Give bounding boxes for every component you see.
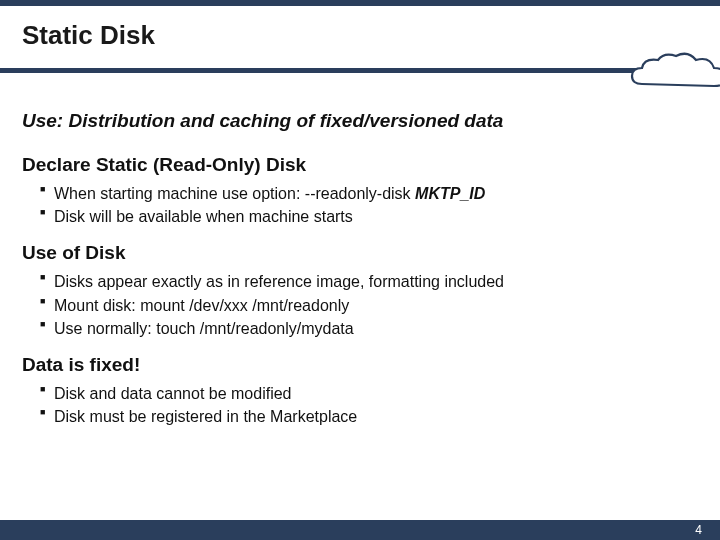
section-use: Use of Disk Disks appear exactly as in r… <box>22 242 698 340</box>
footer-bar: 4 <box>0 520 720 540</box>
emphasized-id: MKTP_ID <box>415 185 485 202</box>
list-item: Disk will be available when machine star… <box>40 205 698 228</box>
title-divider <box>0 68 720 82</box>
section-declare: Declare Static (Read-Only) Disk When sta… <box>22 154 698 228</box>
bullet-text: Disk and data cannot be modified <box>54 385 291 402</box>
cloud-icon <box>622 50 720 98</box>
bullet-text: Disk must be registered in the Marketpla… <box>54 408 357 425</box>
section-heading: Use of Disk <box>22 242 698 264</box>
list-item: Disk must be registered in the Marketpla… <box>40 405 698 428</box>
section-fixed: Data is fixed! Disk and data cannot be m… <box>22 354 698 428</box>
list-item: Mount disk: mount /dev/xxx /mnt/readonly <box>40 294 698 317</box>
list-item: Use normally: touch /mnt/readonly/mydata <box>40 317 698 340</box>
slide-content: Use: Distribution and caching of fixed/v… <box>0 110 720 428</box>
bullet-text: When starting machine use option: --read… <box>54 185 415 202</box>
page-number: 4 <box>695 523 702 537</box>
bullet-text: Use normally: touch /mnt/readonly/mydata <box>54 320 354 337</box>
bullet-text: Disk will be available when machine star… <box>54 208 353 225</box>
use-line: Use: Distribution and caching of fixed/v… <box>22 110 698 132</box>
bullet-text: Disks appear exactly as in reference ima… <box>54 273 504 290</box>
list-item: Disk and data cannot be modified <box>40 382 698 405</box>
list-item: When starting machine use option: --read… <box>40 182 698 205</box>
bullet-text: Mount disk: mount /dev/xxx /mnt/readonly <box>54 297 349 314</box>
section-heading: Data is fixed! <box>22 354 698 376</box>
list-item: Disks appear exactly as in reference ima… <box>40 270 698 293</box>
section-heading: Declare Static (Read-Only) Disk <box>22 154 698 176</box>
slide-title: Static Disk <box>0 6 720 63</box>
